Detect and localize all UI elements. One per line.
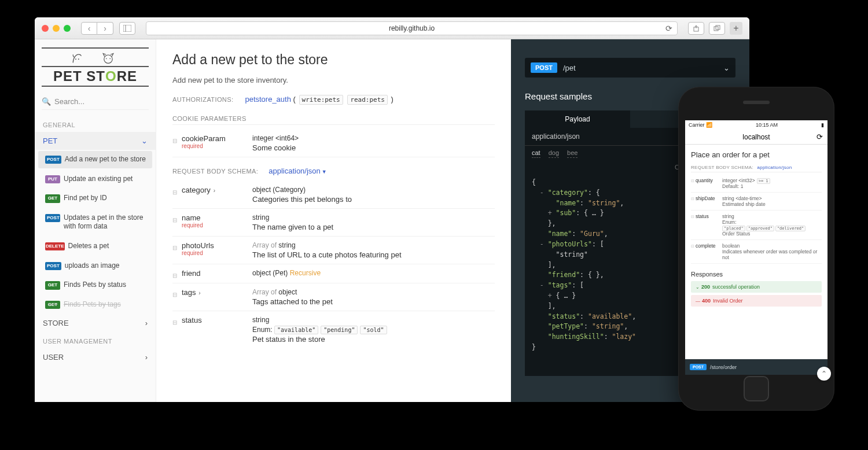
- main-content: Add a new pet to the store Add new pet t…: [156, 39, 511, 402]
- chevron-down-icon: ⌄: [141, 137, 148, 145]
- tabs-button[interactable]: [709, 22, 725, 35]
- param-row: ⊟photoUrlsrequiredArray of stringThe lis…: [172, 237, 495, 264]
- chevron-right-icon[interactable]: ›: [212, 187, 215, 194]
- tree-icon: ⊟: [172, 138, 177, 144]
- method-badge: POST: [45, 262, 61, 270]
- tree-icon: ⊟: [172, 292, 177, 298]
- browser-window: ‹ › rebilly.github.io ⟳ +: [35, 17, 749, 402]
- param-row-cookie: ⊟ cookieParam required integer <int64> S…: [172, 130, 495, 157]
- method-badge: POST: [45, 156, 61, 164]
- search-placeholder: Search...: [54, 97, 84, 106]
- tab-payload[interactable]: Payload: [525, 110, 630, 128]
- svg-point-5: [75, 58, 76, 60]
- chevron-right-icon: ›: [145, 319, 148, 327]
- tree-icon: ⊟: [172, 217, 177, 223]
- responses-label: Responses: [691, 271, 822, 278]
- group-user[interactable]: USER ›: [35, 348, 156, 366]
- method-badge: GET: [45, 194, 60, 202]
- method-badge: PUT: [45, 175, 60, 183]
- auth-scheme-link[interactable]: petstore_auth: [245, 95, 291, 104]
- phone-host: localhost: [742, 133, 770, 141]
- method-badge: DELETE: [45, 242, 65, 250]
- wifi-icon: 📶: [706, 122, 712, 128]
- search-icon: 🔍: [42, 97, 51, 106]
- response-400[interactable]: —400Invalid Order: [691, 295, 822, 307]
- auth-label: AUTHORIZATIONS:: [172, 96, 233, 103]
- sidebar-item-find-by-status[interactable]: GET Finds Pets by status: [38, 276, 152, 294]
- share-button[interactable]: [688, 22, 704, 35]
- sidebar-item-upload-image[interactable]: POST uploads an image: [38, 257, 152, 275]
- phone-mock: Carrier 📶 10:15 AM ▮ localhost ⟳ Place a…: [678, 87, 834, 411]
- maximize-window-icon[interactable]: [64, 25, 71, 32]
- content-type-selector[interactable]: application/json▼: [269, 167, 327, 175]
- param-row: ⊟category ›object (Category)Categories t…: [172, 181, 495, 209]
- reload-icon[interactable]: ⟳: [665, 24, 672, 33]
- sidebar-item-update-pet[interactable]: PUT Update an existing pet: [38, 171, 152, 188]
- phone-param-row: completebooleanIndicates whenever order …: [691, 240, 822, 264]
- sidebar-toggle-button[interactable]: [119, 22, 135, 35]
- forward-button[interactable]: ›: [97, 22, 113, 35]
- method-badge: POST: [45, 214, 60, 222]
- group-store[interactable]: STORE ›: [35, 314, 156, 332]
- close-window-icon[interactable]: [42, 25, 49, 32]
- back-button[interactable]: ‹: [81, 22, 97, 35]
- caret-down-icon: ▼: [322, 169, 327, 175]
- tree-icon: ⊟: [172, 189, 177, 196]
- logo-animals-icon: [42, 50, 149, 65]
- sidebar-item-find-by-id[interactable]: GET Find pet by ID: [38, 190, 152, 207]
- endpoint-method-badge: POST: [531, 62, 557, 73]
- sidebar-item-update-form[interactable]: POST Updates a pet in the store with for…: [38, 209, 152, 235]
- sidebar-item-add-pet[interactable]: POST Add a new pet to the store: [38, 151, 152, 168]
- svg-point-6: [78, 58, 79, 60]
- reload-icon[interactable]: ⟳: [816, 132, 823, 141]
- window-controls: [42, 25, 71, 32]
- cookie-section-label: COOKIE PARAMETERS: [172, 115, 495, 125]
- example-tab-cat[interactable]: cat: [532, 149, 540, 158]
- example-tab-dog[interactable]: dog: [549, 149, 559, 158]
- phone-time: 10:15 AM: [756, 122, 778, 128]
- example-tab-bee[interactable]: bee: [567, 149, 578, 158]
- endpoint-path: /pet: [563, 64, 718, 72]
- schema-label: REQUEST BODY SCHEMA:: [172, 168, 258, 175]
- phone-param-row: statusstringEnum: "placed""approved""del…: [691, 211, 822, 240]
- address-bar[interactable]: rebilly.github.io ⟳: [146, 21, 678, 35]
- logo: PET STORE: [35, 44, 156, 91]
- svg-rect-0: [123, 25, 131, 32]
- phone-endpoint-bar[interactable]: POST /store/order: [685, 359, 827, 375]
- browser-toolbar: ‹ › rebilly.github.io ⟳ +: [35, 17, 749, 39]
- tree-icon: ⊟: [172, 245, 177, 251]
- operation-title: Add a new pet to the store: [172, 52, 495, 68]
- phone-title: Place an order for a pet: [691, 150, 822, 159]
- param-row: ⊟statusstringEnum: "available""pending""…: [172, 311, 495, 348]
- phone-content-type[interactable]: application/json: [757, 165, 792, 170]
- phone-param-row: shipDatestring <date-time>Estimated ship…: [691, 193, 822, 211]
- operation-description: Add new pet to the store inventory.: [172, 76, 495, 84]
- nav-buttons: ‹ ›: [81, 22, 113, 35]
- response-200[interactable]: ⌄200successful operation: [691, 281, 822, 293]
- search-input[interactable]: 🔍 Search...: [42, 97, 149, 110]
- endpoint-bar[interactable]: POST /pet ⌄: [525, 58, 735, 78]
- chevron-right-icon[interactable]: ›: [197, 290, 201, 296]
- sidebar-item-delete-pet[interactable]: DELETE Deletes a pet: [38, 238, 152, 255]
- new-tab-button[interactable]: +: [730, 22, 742, 35]
- method-badge: GET: [45, 301, 60, 309]
- url-text: rebilly.github.io: [389, 24, 435, 32]
- chevron-right-icon: ›: [145, 353, 148, 362]
- param-row: ⊟friendobject (Pet) Recursive: [172, 264, 495, 283]
- scope-chip: write:pets: [299, 95, 343, 105]
- section-label-general: GENERAL: [35, 116, 156, 132]
- scope-chip: read:pets: [347, 95, 388, 105]
- tree-icon: ⊟: [172, 272, 177, 279]
- phone-param-row: quantityinteger <int32>>= 1Default: 1: [691, 175, 822, 193]
- sidebar-item-find-by-tags[interactable]: GET Finds Pets by tags: [38, 296, 152, 313]
- dash-icon: —: [696, 298, 700, 304]
- method-badge: GET: [45, 281, 60, 289]
- param-row: ⊟tags ›Array of objectTags attached to t…: [172, 283, 495, 311]
- svg-point-9: [109, 58, 111, 60]
- minimize-window-icon[interactable]: [53, 25, 60, 32]
- group-pet[interactable]: PET ⌄: [35, 132, 156, 150]
- param-row: ⊟namerequiredstringThe name given to a p…: [172, 209, 495, 237]
- svg-point-8: [106, 58, 107, 60]
- sidebar: PET STORE 🔍 Search... GENERAL PET ⌄ POST…: [35, 39, 156, 402]
- battery-icon: ▮: [821, 122, 824, 128]
